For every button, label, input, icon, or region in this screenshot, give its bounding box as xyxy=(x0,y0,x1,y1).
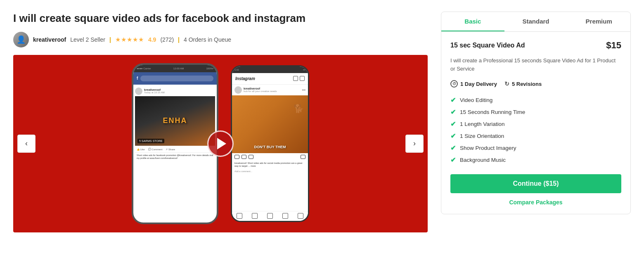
ig-comment-prompt: Add a comment... xyxy=(232,169,308,174)
delivery-row: ⏱ 1 Day Delivery ↻ 5 Revisions xyxy=(450,80,621,88)
fb-logo: f xyxy=(137,76,138,80)
divider2: | xyxy=(178,36,180,43)
ig-profile-nav[interactable] xyxy=(298,213,303,219)
feature-item: ✔ Show Product Imagery xyxy=(450,142,621,154)
phone-notch-left: ●●●● Carrier 12:00 AM 100%▪ xyxy=(133,65,217,72)
gig-title: I will create square video ads for faceb… xyxy=(13,12,428,25)
fb-share[interactable]: ↗ Share xyxy=(166,148,175,151)
sarms-badge: 5 SARMS STORE xyxy=(137,139,164,143)
feature-label-3: 1 Length Variation xyxy=(460,121,505,127)
revisions-text: 5 Revisions xyxy=(512,81,542,87)
seller-name[interactable]: kreativeroof xyxy=(33,36,66,43)
check-icon-4: ✔ xyxy=(450,132,456,140)
phones-display: ●●●● Carrier 12:00 AM 100%▪ f k xyxy=(13,55,428,232)
ig-send-icon xyxy=(300,76,305,81)
avatar-image: 👤 xyxy=(13,32,29,47)
divider: | xyxy=(109,36,111,43)
ig-camera-icon xyxy=(293,76,298,81)
enha-text: ENHA xyxy=(163,116,187,125)
phone-notch-right: 1:32 ▪▪▪ xyxy=(232,66,308,73)
tab-premium[interactable]: Premium xyxy=(567,12,630,31)
check-icon-1: ✔ xyxy=(450,96,456,104)
revisions-item: ↻ 5 Revisions xyxy=(504,80,542,87)
delivery-item: ⏱ 1 Day Delivery xyxy=(450,80,497,88)
feature-item: ✔ Video Editing xyxy=(450,94,621,106)
features-list: ✔ Video Editing ✔ 15 Seconds Running Tim… xyxy=(450,94,621,166)
ig-action-row xyxy=(234,155,305,159)
package-body: 15 sec Square Video Ad $15 I will create… xyxy=(441,32,630,214)
ig-bottom-nav xyxy=(232,211,308,221)
feature-label-1: Video Editing xyxy=(460,97,492,103)
carousel-next-button[interactable]: › xyxy=(405,135,424,153)
fb-like[interactable]: 👍 Like xyxy=(137,148,145,151)
ig-header: Instagram xyxy=(232,73,308,85)
ig-comment-icon[interactable] xyxy=(242,155,246,159)
package-card: Basic Standard Premium 15 sec Square Vid… xyxy=(441,12,631,214)
clock-icon: ⏱ xyxy=(450,80,458,88)
avatar: 👤 xyxy=(13,32,29,47)
ig-username: kreativeroof xyxy=(244,87,277,90)
feature-label-6: Background Music xyxy=(460,157,506,163)
ig-add-nav[interactable] xyxy=(267,213,273,219)
package-name: 15 sec Square Video Ad xyxy=(450,42,525,49)
tab-standard[interactable]: Standard xyxy=(504,12,568,31)
play-button[interactable] xyxy=(207,130,234,157)
ig-post-actions xyxy=(232,153,308,162)
ig-bookmark-icon[interactable] xyxy=(301,155,305,159)
fb-avatar xyxy=(135,88,142,95)
package-price: $15 xyxy=(606,40,621,51)
ig-post-header: kreativeroof hub for all your creative n… xyxy=(232,85,308,95)
revision-icon: ↻ xyxy=(504,80,509,87)
feature-label-2: 15 Seconds Running Time xyxy=(460,109,525,115)
fb-caption-text: Short video ads for facebook promotion @… xyxy=(135,153,215,161)
ig-logo: Instagram xyxy=(235,76,255,81)
orders-in-queue: 4 Orders in Queue xyxy=(184,36,231,43)
play-triangle-icon xyxy=(217,138,226,149)
phone-left: ●●●● Carrier 12:00 AM 100%▪ f k xyxy=(132,63,218,224)
delivery-text: 1 Day Delivery xyxy=(460,81,497,87)
ig-search-nav[interactable] xyxy=(252,213,258,219)
ig-caption: kreativeroof: Short video ads for social… xyxy=(232,162,308,169)
check-icon-3: ✔ xyxy=(450,120,456,128)
fb-actions: 👍 Like 💬 Comment ↗ Share xyxy=(135,146,215,153)
ig-home-nav[interactable] xyxy=(237,213,242,219)
compare-packages-link[interactable]: Compare Packages xyxy=(450,199,621,206)
dont-buy-text: DON'T BUY THEM xyxy=(254,145,286,149)
package-tabs: Basic Standard Premium xyxy=(441,12,630,32)
feature-item: ✔ Background Music xyxy=(450,154,621,166)
check-icon-6: ✔ xyxy=(450,156,456,164)
fb-meta: Today at 10:15 AM xyxy=(144,91,165,94)
ig-avatar xyxy=(234,86,242,94)
ig-post-image: 🐕 DON'T BUY THEM xyxy=(232,95,308,153)
feature-item: ✔ 1 Size Orientation xyxy=(450,130,621,142)
check-icon-5: ✔ xyxy=(450,144,456,152)
play-button-overlay[interactable] xyxy=(207,130,234,157)
dog-silhouette: 🐕 xyxy=(294,104,304,114)
package-title-row: 15 sec Square Video Ad $15 xyxy=(450,40,621,51)
left-panel: I will create square video ads for faceb… xyxy=(13,12,428,232)
ig-more-icon: ••• xyxy=(302,88,305,92)
ig-save-icon[interactable] xyxy=(301,155,305,159)
star-rating-icons: ★★★★★ xyxy=(115,36,144,43)
rating-number: 4.9 xyxy=(148,36,156,43)
seller-badge: Level 2 Seller xyxy=(70,36,105,43)
fb-username: kreativeroof xyxy=(144,88,165,91)
feature-label-4: 1 Size Orientation xyxy=(460,133,504,139)
fb-comment[interactable]: 💬 Comment xyxy=(148,148,163,151)
tab-basic[interactable]: Basic xyxy=(441,12,504,31)
ig-heart-icon[interactable] xyxy=(234,155,239,159)
ig-icons xyxy=(293,76,305,81)
seller-info: 👤 kreativeroof Level 2 Seller | ★★★★★ 4.… xyxy=(13,32,428,47)
ig-share-icon[interactable] xyxy=(249,155,253,159)
carousel-prev-button[interactable]: ‹ xyxy=(17,135,36,153)
package-description: I will create a Professional 15 seconds … xyxy=(450,57,621,73)
continue-button[interactable]: Continue ($15) xyxy=(450,174,621,193)
feature-label-5: Show Product Imagery xyxy=(460,145,516,151)
fb-post-image: ENHA 5 SARMS STORE xyxy=(135,96,215,146)
fb-post-header: kreativeroof Today at 10:15 AM xyxy=(135,86,215,96)
feature-item: ✔ 1 Length Variation xyxy=(450,118,621,130)
ig-activity-nav[interactable] xyxy=(282,213,288,219)
fb-post: kreativeroof Today at 10:15 AM ENHA 5 SA… xyxy=(133,85,217,163)
review-count: (272) xyxy=(160,36,174,43)
ig-subtitle: hub for all your creative needs xyxy=(244,90,277,92)
